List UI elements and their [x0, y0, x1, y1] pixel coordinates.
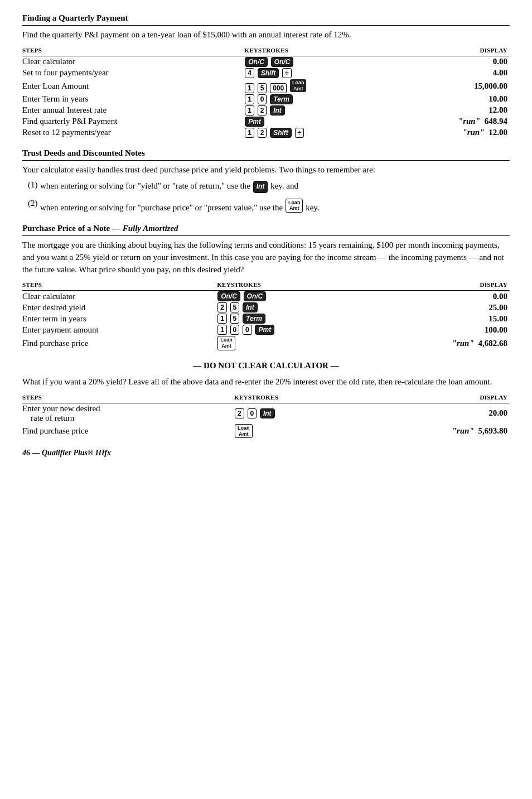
table-row: Enter term in years 1 5 Term 15.00 [22, 313, 510, 324]
key-2: 2 [258, 128, 267, 138]
int-key: Int [270, 105, 285, 115]
section-do-not-clear: — DO NOT CLEAR CALCULATOR — What if you … [22, 361, 510, 439]
step-keys: 1 2 Int [244, 105, 392, 116]
term-key: Term [243, 314, 265, 324]
purchase-intro: The mortgage you are thinking about buyi… [22, 239, 510, 276]
step-display: 10.00 [392, 94, 510, 105]
key-div: ÷ [295, 128, 304, 138]
step-display: "run" 5,693.80 [357, 423, 510, 439]
footer: 46 — Qualifier Plus® IIIfx [22, 449, 510, 458]
step-keys: 1 0 0 Pmt [217, 324, 366, 335]
loan-amt-key-inline: LoanAmt [286, 199, 303, 213]
step-label: Enter Loan Amount [22, 79, 244, 94]
step-keys: 2 0 Int [234, 403, 357, 423]
step-display: 4.00 [392, 68, 510, 79]
step-label: Enter desired yield [22, 302, 217, 313]
section-purchase-price: Purchase Price of a Note — Fully Amortiz… [22, 224, 510, 351]
pmt-key: Pmt [255, 325, 274, 335]
int-key: Int [243, 302, 258, 312]
step-label: Find purchase price [22, 423, 234, 439]
step-label: Enter payment amount [22, 324, 217, 335]
key-shift: Shift [258, 68, 279, 78]
do-not-clear-text: What if you want a 20% yield? Leave all … [22, 376, 510, 388]
step-keys: 1 0 Term [244, 94, 392, 105]
step-keys: LoanAmt [217, 335, 366, 351]
step-display: 0.00 [366, 291, 510, 302]
col-display-2: DISPLAY [366, 280, 510, 291]
key-0a: 0 [230, 325, 240, 335]
table-row: Find quarterly P&I Payment Pmt "run" 648… [22, 116, 510, 127]
list-num-1: (1) [28, 180, 40, 190]
key-1: 1 [217, 325, 227, 335]
section-title-quarterly: Finding a Quarterly Payment [22, 13, 510, 26]
step-display: 100.00 [366, 324, 510, 335]
list-item-1: (1) when entering or solving for "yield"… [22, 180, 510, 192]
onc-key-1: On/C [245, 57, 268, 67]
key-4: 4 [245, 68, 254, 78]
step-keys: 1 5 Term [217, 313, 366, 324]
step-keys: 1 2 Shift ÷ [244, 127, 392, 138]
term-key: Term [270, 94, 293, 104]
table-row: Enter Term in years 1 0 Term 10.00 [22, 94, 510, 105]
pmt-key: Pmt [245, 117, 264, 127]
do-not-clear-table: STEPS KEYSTROKES DISPLAY Enter your new … [22, 393, 510, 439]
step-label: Set to four payments/year [22, 68, 244, 79]
table-row: Enter Loan Amount 1 5 000 LoanAmt 15,000… [22, 79, 510, 94]
int-key-inline: Int [253, 181, 268, 192]
step-display: 0.00 [392, 56, 510, 68]
key-0b: 0 [243, 325, 252, 335]
col-steps-2: STEPS [22, 280, 217, 291]
key-2: 2 [235, 408, 244, 418]
purchase-table: STEPS KEYSTROKES DISPLAY Clear calculato… [22, 280, 510, 351]
section-finding-quarterly: Finding a Quarterly Payment Find the qua… [22, 13, 510, 138]
step-display: 20.00 [357, 403, 510, 423]
key-1: 1 [245, 83, 254, 93]
trust-intro: Your calculator easily handles trust dee… [22, 164, 510, 176]
section-title-purchase: Purchase Price of a Note — Fully Amortiz… [22, 224, 510, 236]
col-keystrokes-1: KEYSTROKES [244, 46, 392, 56]
step-display: "run" 4,682.68 [366, 335, 510, 351]
step-display: "run" 12.00 [392, 127, 510, 138]
step-keys: Pmt [244, 116, 392, 127]
step-display: 15.00 [366, 313, 510, 324]
table-row: Set to four payments/year 4 Shift ÷ 4.00 [22, 68, 510, 79]
step-display: 15,000.00 [392, 79, 510, 94]
do-not-clear-banner: — DO NOT CLEAR CALCULATOR — [22, 361, 510, 370]
step-display: "run" 648.94 [392, 116, 510, 127]
step-keys: 4 Shift ÷ [244, 68, 392, 79]
step-label: Find purchase price [22, 335, 217, 351]
table-row: Enter desired yield 2 5 Int 25.00 [22, 302, 510, 313]
step-display: 25.00 [366, 302, 510, 313]
step-display: 12.00 [392, 105, 510, 116]
key-5: 5 [230, 314, 240, 324]
col-steps-1: STEPS [22, 46, 244, 56]
table-row: Find purchase price LoanAmt "run" 4,682.… [22, 335, 510, 351]
key-0: 0 [248, 408, 257, 418]
section-trust-deeds: Trust Deeds and Discounted Notes Your ca… [22, 148, 510, 214]
step-keys: On/C On/C [244, 56, 392, 68]
step-label: Enter term in years [22, 313, 217, 324]
step-label: Enter annual Interest rate [22, 105, 244, 116]
list-text-2: when entering or solving for "purchase p… [40, 199, 510, 214]
col-display-1: DISPLAY [392, 46, 510, 56]
key-div: ÷ [282, 68, 292, 78]
table-row: Clear calculator On/C On/C 0.00 [22, 56, 510, 68]
step-keys: 2 5 Int [217, 302, 366, 313]
step-label: Reset to 12 payments/year [22, 127, 244, 138]
step-label: Clear calculator [22, 56, 244, 68]
step-label: Find quarterly P&I Payment [22, 116, 244, 127]
onc-key-1: On/C [217, 291, 240, 301]
key-5: 5 [258, 83, 267, 93]
list-text-1: when entering or solving for "yield" or … [40, 180, 510, 192]
table-row: Reset to 12 payments/year 1 2 Shift ÷ "r… [22, 127, 510, 138]
step-keys: 1 5 000 LoanAmt [244, 79, 392, 94]
step-keys: On/C On/C [217, 291, 366, 302]
col-display-3: DISPLAY [357, 393, 510, 403]
table-row: Enter your new desired rate of return 2 … [22, 403, 510, 423]
step-label: Enter your new desired rate of return [22, 403, 234, 423]
key-1: 1 [245, 105, 254, 115]
table-row: Find purchase price LoanAmt "run" 5,693.… [22, 423, 510, 439]
step-label: Enter Term in years [22, 94, 244, 105]
shift-key: Shift [270, 128, 292, 138]
key-5: 5 [230, 302, 240, 312]
